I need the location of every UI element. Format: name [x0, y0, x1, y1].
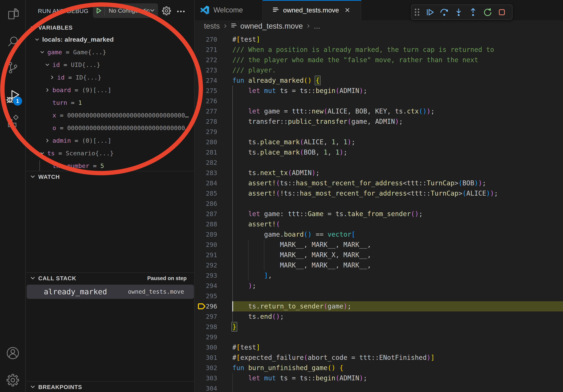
call-stack-section-header[interactable]: CALL STACK Paused on step	[26, 273, 194, 284]
close-icon[interactable]	[344, 7, 351, 13]
tab-owned-tests-label: owned_tests.move	[283, 6, 339, 14]
variable-row-id[interactable]: id = ID{...}	[26, 71, 194, 84]
stack-frame-name: already_marked	[44, 287, 107, 296]
code-line-303: 303 let mut ts = ts::begin(ADMIN);	[195, 373, 563, 383]
code-line-288: 288 assert!(	[195, 219, 563, 229]
code-line-272: 272/// the player who made the "false" m…	[195, 55, 563, 65]
start-debug-icon[interactable]	[93, 7, 104, 14]
tree-indent-guide	[39, 160, 40, 171]
breadcrumb-symbol[interactable]: ...	[314, 22, 320, 30]
variable-row-board[interactable]: board = (9)[...]	[26, 84, 194, 96]
variables-scope-row[interactable]: locals: already_marked	[26, 33, 194, 46]
breakpoints-section-label: BREAKPOINTS	[38, 384, 82, 391]
code-line-270: 270#[test]	[195, 34, 563, 45]
code-lines: 270#[test]271/// When a position is alre…	[195, 34, 563, 392]
code-line-291: 291 MARK__, MARK_X, MARK__,	[195, 250, 563, 260]
debug-settings-gear-icon[interactable]	[162, 6, 171, 16]
chevron-down-icon	[34, 37, 42, 42]
sidebar-title: RUN AND DEBUG	[38, 7, 89, 15]
debug-toolbar	[411, 5, 512, 20]
variable-row-id[interactable]: id = UID{...}	[26, 58, 194, 71]
step-into-button[interactable]	[451, 5, 466, 19]
stack-frame-row[interactable]: already_marked owned_tests.move	[27, 285, 194, 299]
settings-gear-icon[interactable]	[0, 373, 26, 387]
code-line-281: 281 ts.place_mark(BOB, 1, 1);	[195, 147, 563, 157]
code-line-292: 292 MARK__, MARK__, MARK__,	[195, 260, 563, 270]
chevron-down-icon	[30, 24, 37, 31]
code-line-296: 296 ts.return_to_sender(game);	[195, 301, 563, 312]
code-line-293: 293 ],	[195, 270, 563, 281]
code-line-283: 283 ts.next_tx(ADMIN);	[195, 168, 563, 178]
vscode-window: 1 RUN AND DEBUG	[0, 0, 563, 392]
code-line-271: 271/// When a position is already marked…	[195, 45, 563, 55]
code-line-287: 287 let game: ttt::Game = ts.take_from_s…	[195, 209, 563, 219]
breadcrumb-file[interactable]: owned_tests.move	[240, 22, 303, 30]
code-line-286: 286	[195, 198, 563, 209]
code-line-278: 278 transfer::public_transfer(game, ADMI…	[195, 117, 563, 127]
code-line-302: 302fun burn_unfinished_game() {	[195, 363, 563, 373]
code-line-275: 275 let mut ts = ts::begin(ADMIN);	[195, 86, 563, 96]
code-line-276: 276	[195, 96, 563, 106]
account-icon[interactable]	[0, 346, 26, 360]
chevron-right-icon	[49, 75, 57, 80]
code-line-285: 285 assert!(!ts::has_most_recent_for_add…	[195, 188, 563, 198]
code-line-301: 301#[expected_failure(abort_code = ttt::…	[195, 353, 563, 363]
code-line-289: 289 game.board() == vector[	[195, 229, 563, 240]
code-line-277: 277 let game = ttt::new(ALICE, BOB, KEY,…	[195, 106, 563, 117]
source-control-icon[interactable]	[0, 61, 26, 74]
stop-button[interactable]	[495, 5, 509, 19]
launch-config-dropdown[interactable]: No Configurations	[93, 3, 158, 18]
vscode-logo-icon	[200, 6, 209, 14]
code-line-299: 299	[195, 332, 563, 342]
explorer-icon[interactable]	[0, 7, 26, 21]
code-line-297: 297 ts.end();	[195, 312, 563, 322]
extensions-icon[interactable]	[0, 114, 26, 127]
drag-grip-icon[interactable]	[411, 5, 422, 19]
chevron-right-icon	[45, 138, 52, 143]
code-line-279: 279	[195, 127, 563, 137]
code-line-280: 280 ts.place_mark(ALICE, 1, 1);	[195, 137, 563, 147]
move-file-icon	[272, 6, 279, 14]
debug-badge: 1	[13, 96, 22, 105]
more-actions-icon[interactable]	[177, 7, 185, 17]
move-file-icon	[231, 22, 237, 30]
active-tab-indicator	[263, 0, 361, 1]
continue-button[interactable]	[422, 5, 437, 19]
code-line-273: 273/// player.	[195, 65, 563, 75]
run-and-debug-sidebar: RUN AND DEBUG No Configurations	[26, 0, 194, 392]
restart-button[interactable]	[480, 5, 495, 19]
chevron-down-icon	[30, 275, 37, 282]
breakpoints-section-header[interactable]: BREAKPOINTS	[26, 381, 194, 392]
paused-status-text: Paused on step	[147, 275, 187, 281]
variable-row-txn_number[interactable]: txn_number = 5	[26, 159, 194, 172]
code-line-274: 274fun already_marked() {	[195, 75, 563, 86]
tab-welcome[interactable]: Welcome	[195, 0, 263, 20]
variable-row-admin[interactable]: admin = (0)[...]	[26, 134, 194, 147]
stack-frame-file: owned_tests.move	[128, 288, 184, 295]
code-line-304: 304	[195, 383, 563, 392]
variable-row-x[interactable]: x = 000000000000000000000000000000000000…	[26, 109, 194, 122]
code-editor[interactable]: 270#[test]271/// When a position is alre…	[195, 32, 563, 392]
watch-section-label: WATCH	[38, 174, 60, 180]
step-out-button[interactable]	[466, 5, 480, 19]
step-over-button[interactable]	[437, 5, 451, 19]
tab-owned-tests[interactable]: owned_tests.move	[263, 0, 361, 20]
chevron-down-icon	[45, 62, 52, 67]
chevron-down-icon	[39, 150, 47, 156]
code-line-282: 282	[195, 157, 563, 168]
text-cursor	[232, 301, 233, 312]
variable-row-ts[interactable]: ts = Scenario{...}	[26, 147, 194, 159]
variables-section-label: VARIABLES	[38, 25, 73, 31]
breadcrumbs: tests owned_tests.move ...	[195, 20, 563, 32]
variable-row-o[interactable]: o = 000000000000000000000000000000000000…	[26, 122, 194, 134]
watch-section-header[interactable]: WATCH	[26, 171, 194, 182]
activity-bar: 1	[0, 0, 26, 392]
variable-row-turn[interactable]: turn = 1	[26, 96, 194, 109]
chevron-down-icon	[30, 173, 37, 180]
breadcrumb-folder[interactable]: tests	[204, 22, 220, 30]
config-dropdown-label: No Configurations	[105, 7, 149, 14]
search-icon[interactable]	[0, 35, 26, 48]
variable-row-game[interactable]: game = Game{...}	[26, 46, 194, 58]
variables-section-header[interactable]: VARIABLES	[26, 22, 194, 33]
code-line-298: 298}	[195, 322, 563, 332]
